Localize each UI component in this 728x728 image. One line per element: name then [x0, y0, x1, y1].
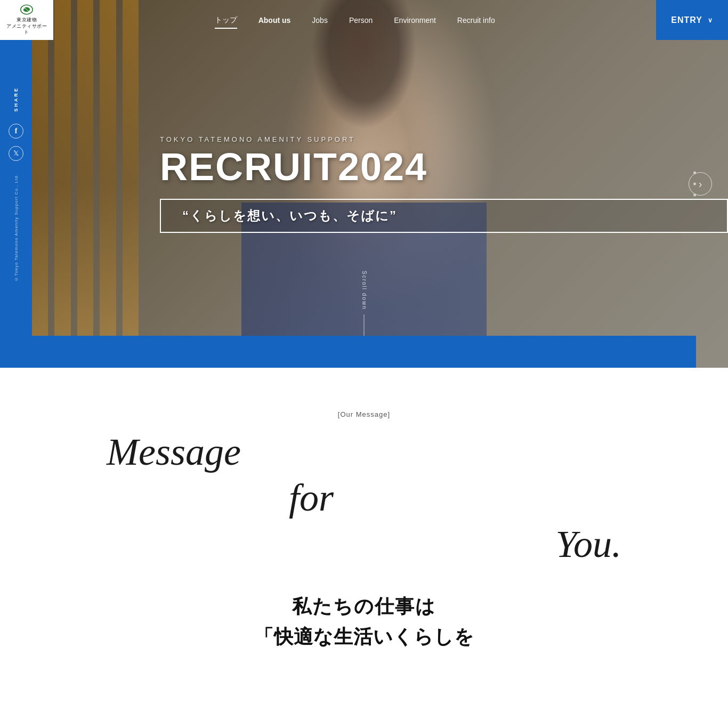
- scroll-line: [364, 314, 365, 336]
- side-panel: SHARE f 𝕏 ©Tokyo Tatemono Amenity Suppor…: [0, 0, 32, 368]
- nav-item-about[interactable]: About us: [258, 13, 291, 27]
- hero-tagline: “くらしを想い、いつも、そばに”: [182, 208, 397, 223]
- nav-item-top[interactable]: トップ: [215, 13, 237, 28]
- main-nav: トップ About us Jobs Person Environment Rec…: [53, 0, 656, 40]
- nav-item-person[interactable]: Person: [349, 13, 373, 27]
- logo-text: 東京建物 アメニティサポート: [4, 17, 49, 36]
- facebook-icon[interactable]: f: [9, 124, 23, 139]
- twitter-icon[interactable]: 𝕏: [9, 146, 23, 161]
- message-script-line3: You.: [0, 521, 728, 567]
- header: 東京建物 アメニティサポート トップ About us Jobs Person …: [0, 0, 728, 40]
- hero-title: RECRUIT2024: [160, 148, 728, 186]
- message-heading-2: 「快適な生活いくらしを: [0, 624, 728, 650]
- nav-item-jobs[interactable]: Jobs: [312, 13, 328, 27]
- message-heading-1: 私たちの仕事は: [0, 594, 728, 620]
- logo-icon: [16, 4, 37, 15]
- entry-label: ENTRY: [671, 15, 702, 25]
- hero-arrow-right[interactable]: ›: [689, 172, 712, 196]
- message-section: [Our Message] Message for You. 私たちの仕事は 「…: [0, 368, 728, 682]
- message-script: Message for You.: [0, 429, 728, 567]
- hero-subtitle: TOKYO TATEMONO AMENITY SUPPORT: [160, 135, 728, 143]
- entry-button[interactable]: ENTRY ∨: [656, 0, 728, 40]
- logo-box[interactable]: 東京建物 アメニティサポート: [0, 0, 53, 40]
- message-script-line2: for: [0, 475, 728, 521]
- message-script-line1: Message: [0, 429, 728, 475]
- scroll-text: Scroll down: [361, 271, 367, 310]
- nav-item-recruit[interactable]: Recruit info: [457, 13, 495, 27]
- scroll-down[interactable]: Scroll down: [361, 271, 367, 336]
- chevron-down-icon: ∨: [708, 17, 713, 24]
- hero-tagline-box: “くらしを想い、いつも、そばに”: [160, 199, 728, 233]
- nav-item-environment[interactable]: Environment: [394, 13, 436, 27]
- hero-section: SHARE f 𝕏 ©Tokyo Tatemono Amenity Suppor…: [0, 0, 728, 368]
- section-label: [Our Message]: [0, 410, 728, 418]
- share-label: SHARE: [13, 87, 19, 112]
- arrow-right-icon: ›: [699, 179, 702, 189]
- hero-content: TOKYO TATEMONO AMENITY SUPPORT RECRUIT20…: [32, 0, 728, 368]
- copyright-side: ©Tokyo Tatemono Amenity Support Co., Ltd…: [14, 174, 19, 281]
